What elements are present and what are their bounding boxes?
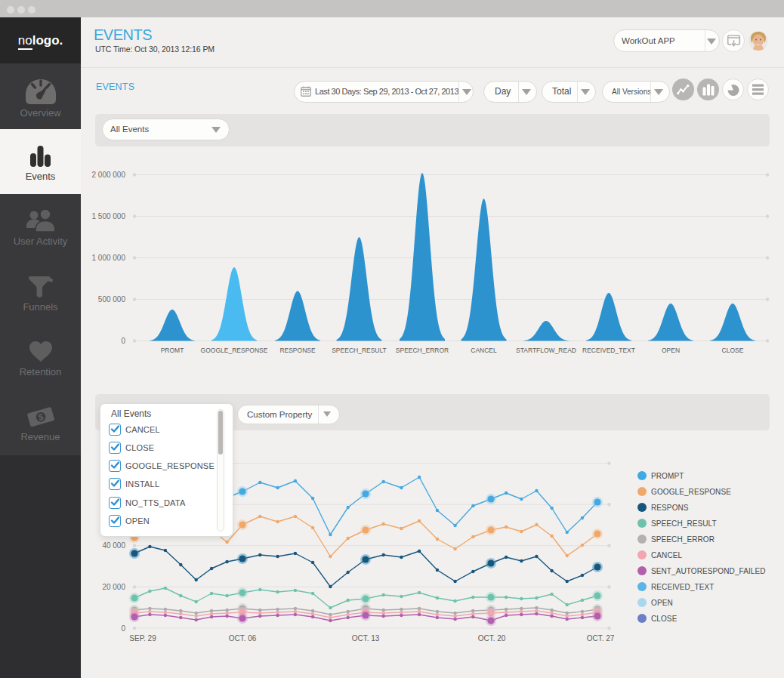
svg-text:OCT. 27: OCT. 27 — [587, 634, 615, 643]
svg-text:2 000 000: 2 000 000 — [92, 171, 126, 179]
svg-text:GOOGLE_RESPONSE: GOOGLE_RESPONSE — [201, 347, 268, 354]
svg-text:1 500 000: 1 500 000 — [92, 212, 126, 220]
svg-text:SPEECH_ERROR: SPEECH_ERROR — [396, 347, 449, 354]
svg-text:1 000 000: 1 000 000 — [92, 254, 126, 262]
svg-text:0: 0 — [121, 624, 125, 633]
svg-text:OCT. 20: OCT. 20 — [478, 634, 506, 643]
svg-text:PROMT: PROMT — [161, 347, 184, 354]
svg-text:OCT. 13: OCT. 13 — [352, 634, 380, 643]
svg-text:40 000: 40 000 — [102, 541, 125, 550]
svg-text:CANCEL: CANCEL — [471, 347, 497, 354]
svg-text:SPEECH_RESULT: SPEECH_RESULT — [332, 347, 387, 354]
svg-text:OPEN: OPEN — [662, 347, 680, 354]
svg-text:RESPONSE: RESPONSE — [279, 347, 316, 354]
svg-text:20 000: 20 000 — [102, 583, 125, 591]
svg-text:SEP. 29: SEP. 29 — [129, 634, 156, 643]
svg-text:CLOSE: CLOSE — [722, 347, 744, 354]
svg-text:500 000: 500 000 — [98, 295, 126, 304]
svg-text:0: 0 — [121, 337, 125, 345]
svg-text:RECEIVED_TEXT: RECEIVED_TEXT — [582, 347, 635, 354]
svg-text:OCT. 06: OCT. 06 — [229, 634, 257, 643]
svg-text:STARTFLOW_READ: STARTFLOW_READ — [516, 347, 576, 354]
